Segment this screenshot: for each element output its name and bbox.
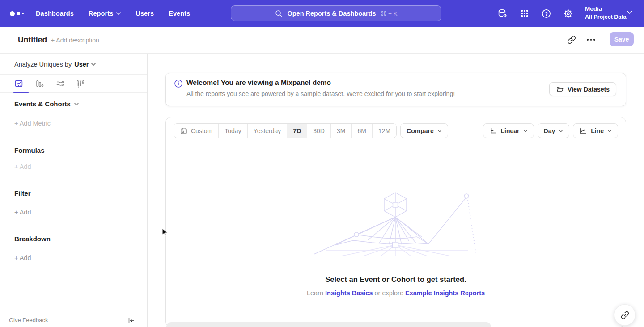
formulas-add: + Add: [14, 163, 31, 171]
nav-reports[interactable]: Reports: [89, 10, 121, 17]
more-options-icon[interactable]: [587, 38, 596, 42]
retention-tab[interactable]: [76, 79, 85, 88]
folder-icon: [556, 85, 564, 93]
selected-tab-indicator: [13, 92, 29, 93]
nav-events[interactable]: Events: [169, 10, 190, 17]
add-metric: + Add Metric: [14, 119, 51, 127]
chevron-down-icon[interactable]: [627, 11, 632, 14]
settings-gear-icon[interactable]: [563, 8, 573, 19]
scale-dropdown[interactable]: Linear: [483, 123, 534, 138]
interval-dropdown[interactable]: Day: [538, 123, 570, 138]
report-description-placeholder[interactable]: + Add description...: [51, 37, 104, 44]
query-builder-sidebar: Analyze Uniques by User: [0, 54, 148, 327]
empty-state-title: Select an Event or Cohort to get started…: [325, 275, 466, 284]
help-icon[interactable]: ?: [541, 8, 551, 19]
breakdown-add: + Add: [14, 254, 31, 262]
data-management-icon[interactable]: [497, 8, 508, 19]
analyze-row: Analyze Uniques by User: [0, 54, 147, 75]
add-filter-button[interactable]: + Add: [14, 209, 31, 216]
chevron-down-icon: [559, 130, 563, 132]
nav-users[interactable]: Users: [136, 10, 154, 17]
chart-controls: Custom Today Yesterday 7D 30D 3M 6M 12M …: [166, 117, 626, 144]
report-header: Untitled + Add description...: [0, 27, 644, 54]
date-range-30d[interactable]: 30D: [307, 124, 330, 138]
chevron-down-icon: [116, 12, 121, 15]
chart-type-dropdown[interactable]: Line: [573, 123, 618, 138]
empty-state: Select an Event or Cohort to get started…: [166, 145, 626, 297]
compare-dropdown[interactable]: Compare: [400, 123, 448, 138]
calendar-icon: [180, 127, 188, 135]
give-feedback-link[interactable]: Give Feedback: [9, 317, 48, 323]
apps-grid-icon[interactable]: [519, 8, 530, 19]
nav-dashboards[interactable]: Dashboards: [36, 10, 74, 17]
filter-section: Filter: [14, 189, 31, 197]
banner-subtitle: All the reports you see are powered by a…: [186, 90, 455, 97]
bottom-sheet-peek: [166, 322, 491, 327]
collapse-sidebar-icon[interactable]: [127, 316, 135, 324]
bar-chart-tab[interactable]: [35, 79, 44, 88]
primary-nav: Dashboards Reports Users Events: [36, 0, 190, 27]
date-range-yesterday[interactable]: Yesterday: [247, 124, 287, 138]
chevron-down-icon: [74, 103, 79, 105]
add-formula-button[interactable]: + Add: [14, 163, 31, 170]
nav-icon-group: ?: [497, 0, 573, 27]
svg-text:?: ?: [545, 11, 548, 16]
date-controls: Custom Today Yesterday 7D 30D 3M 6M 12M …: [174, 123, 448, 138]
report-canvas: Custom Today Yesterday 7D 30D 3M 6M 12M …: [165, 117, 626, 327]
date-range-6m[interactable]: 6M: [351, 124, 372, 138]
search-placeholder: Open Reports & Dashboards: [287, 10, 376, 17]
mixpanel-insights-app: Dashboards Reports Users Events Open Rep…: [0, 0, 644, 327]
display-controls: Linear Day Line: [483, 123, 618, 138]
chevron-down-icon: [523, 130, 528, 132]
date-range-segmented-control: Custom Today Yesterday 7D 30D 3M 6M 12M: [174, 123, 397, 138]
empty-state-links: Learn Insights Basics or explore Example…: [307, 289, 485, 297]
example-reports-link[interactable]: Example Insights Reports: [405, 289, 485, 297]
date-range-custom[interactable]: Custom: [174, 124, 218, 138]
banner-title: Welcome! You are viewing a Mixpanel demo: [186, 79, 331, 87]
filter-add: + Add: [14, 208, 31, 216]
date-range-7d[interactable]: 7D: [287, 124, 307, 138]
project-name: Media: [585, 4, 626, 13]
analyze-uniques-dropdown[interactable]: User: [74, 61, 96, 68]
view-datasets-button[interactable]: View Datasets: [549, 82, 616, 96]
share-link-fab[interactable]: [614, 304, 636, 326]
info-icon: [174, 79, 183, 88]
analyze-label: Analyze Uniques by: [14, 61, 72, 68]
events-cohorts-header[interactable]: Events & Cohorts: [14, 100, 79, 108]
chevron-down-icon: [607, 130, 612, 132]
sidebar-footer: Give Feedback: [0, 313, 147, 327]
project-scope: All Project Data: [585, 13, 626, 21]
project-switcher[interactable]: Media All Project Data: [585, 4, 626, 21]
linear-scale-icon: [489, 127, 497, 135]
top-nav: Dashboards Reports Users Events Open Rep…: [0, 0, 644, 27]
save-button[interactable]: Save: [610, 32, 634, 46]
date-range-3m[interactable]: 3M: [330, 124, 351, 138]
copy-link-icon[interactable]: [567, 35, 576, 44]
date-range-today[interactable]: Today: [218, 124, 247, 138]
chevron-down-icon: [437, 130, 442, 132]
global-search-input[interactable]: Open Reports & Dashboards ⌘ + K: [231, 5, 441, 21]
metric-type-tabs: [0, 75, 147, 93]
empty-state-illustration: [313, 190, 479, 256]
breakdown-section: Breakdown: [14, 235, 51, 243]
insights-basics-link[interactable]: Insights Basics: [325, 289, 373, 297]
events-cohorts-section: Events & Cohorts: [14, 100, 79, 108]
search-icon: [275, 9, 283, 17]
mixpanel-logo-icon[interactable]: [10, 0, 24, 27]
add-breakdown-button[interactable]: + Add: [14, 254, 31, 261]
link-icon: [621, 311, 629, 319]
filter-header: Filter: [14, 189, 31, 197]
insights-tab[interactable]: [14, 79, 23, 88]
line-chart-icon: [579, 127, 587, 135]
formulas-section: Formulas: [14, 147, 45, 154]
search-shortcut: ⌘ + K: [381, 10, 398, 17]
date-range-12m[interactable]: 12M: [372, 124, 396, 138]
welcome-banner: Welcome! You are viewing a Mixpanel demo…: [165, 73, 626, 106]
flows-tab[interactable]: [55, 79, 64, 88]
report-title[interactable]: Untitled: [18, 35, 47, 45]
chevron-down-icon: [91, 63, 96, 66]
add-metric-button[interactable]: + Add Metric: [14, 120, 51, 127]
breakdown-header: Breakdown: [14, 235, 51, 243]
formulas-header: Formulas: [14, 147, 45, 154]
